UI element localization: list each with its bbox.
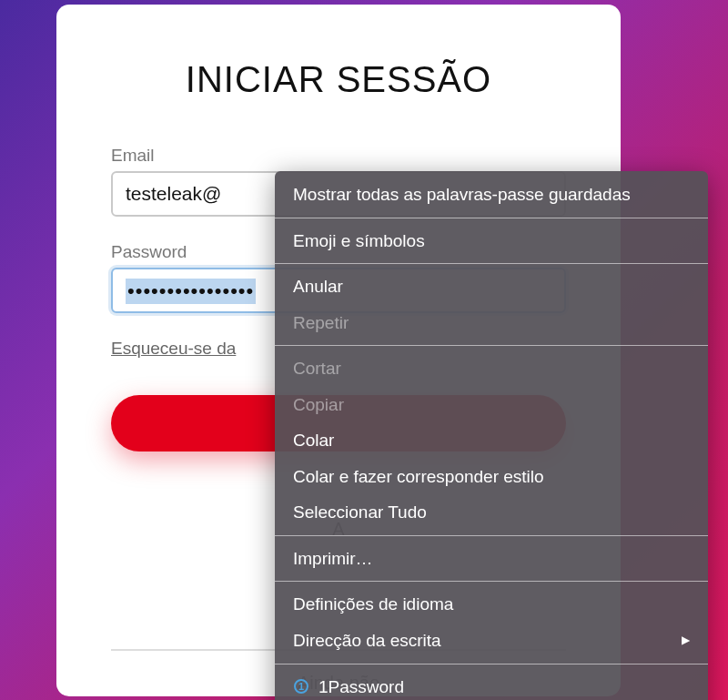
ctx-writing-direction[interactable]: Direcção da escrita ▶ [275, 623, 708, 659]
ctx-print[interactable]: Imprimir… [275, 541, 708, 577]
ctx-separator [275, 664, 708, 664]
ctx-separator [275, 345, 708, 346]
ctx-emoji-symbols[interactable]: Emoji e símbolos [275, 223, 708, 259]
ctx-redo: Repetir [275, 305, 708, 341]
password-mask: •••••••••••••••• [126, 279, 256, 304]
chevron-right-icon: ▶ [682, 633, 690, 648]
context-menu: Mostrar todas as palavras-passe guardada… [275, 171, 708, 700]
ctx-cut: Cortar [275, 350, 708, 387]
ctx-select-all[interactable]: Seleccionar Tudo [275, 494, 708, 531]
ctx-separator [275, 535, 708, 536]
email-label: Email [111, 146, 566, 166]
ctx-show-saved-passwords[interactable]: Mostrar todas as palavras-passe guardada… [275, 177, 708, 213]
onepassword-icon: 1 [293, 678, 309, 695]
ctx-paste[interactable]: Colar [275, 422, 708, 459]
ctx-separator [275, 581, 708, 582]
ctx-paste-match-style[interactable]: Colar e fazer corresponder estilo [275, 459, 708, 495]
svg-text:1: 1 [298, 681, 304, 692]
ctx-copy: Copiar [275, 387, 708, 423]
ctx-separator [275, 263, 708, 264]
page-title: INICIAR SESSÃO [111, 59, 566, 100]
ctx-undo[interactable]: Anular [275, 269, 708, 305]
ctx-1password[interactable]: 1 1Password [275, 669, 708, 700]
ctx-language-settings[interactable]: Definições de idioma [275, 586, 708, 623]
ctx-separator [275, 218, 708, 218]
